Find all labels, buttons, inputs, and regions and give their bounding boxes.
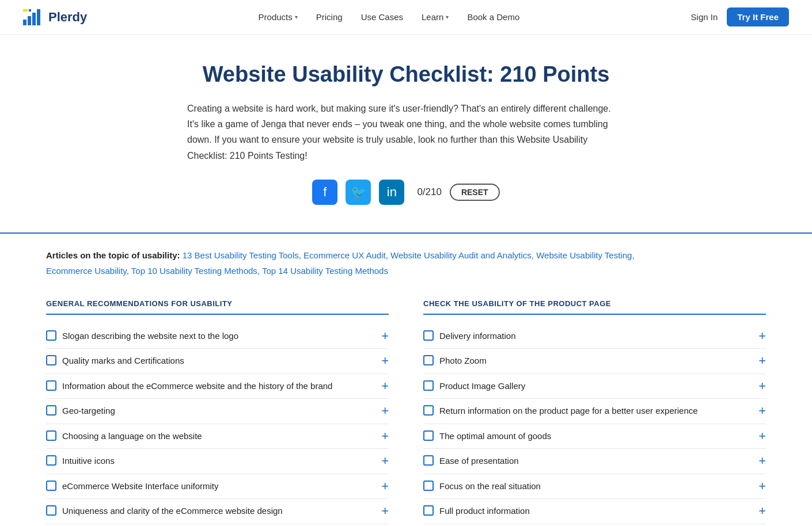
article-link-7[interactable]: Top 14 Usability Testing Methods (262, 266, 388, 276)
checklist-checkbox[interactable] (423, 455, 434, 466)
articles-section: Articles on the topic of usability: 13 B… (0, 234, 812, 288)
list-item: Geo-targeting + (46, 399, 389, 424)
checklist-wrapper: GENERAL RECOMMENDATIONS FOR USABILITY Sl… (0, 288, 812, 526)
logo-text: Plerdy (48, 10, 87, 25)
checklist-checkbox[interactable] (423, 481, 434, 491)
expand-button[interactable]: + (381, 355, 389, 367)
article-link-2[interactable]: Ecommerce UX Audit, (303, 250, 388, 260)
nav-learn[interactable]: Learn ▾ (422, 12, 449, 22)
list-item: Delivery information + (423, 324, 766, 349)
checklist-checkbox[interactable] (46, 380, 56, 391)
checklist-item-left: Information about the eCommerce website … (46, 380, 375, 393)
checklist-item-left: Geo-targeting (46, 405, 375, 418)
checklist-checkbox[interactable] (46, 330, 56, 341)
checklist-checkbox[interactable] (423, 355, 434, 365)
checklist-checkbox[interactable] (46, 455, 56, 466)
list-item: Return information on the product page f… (423, 399, 766, 424)
nav-products[interactable]: Products ▾ (259, 12, 298, 22)
article-link-5[interactable]: Ecommerce Usability, (46, 266, 129, 276)
checklist-item-left: Uniqueness and clarity of the eCommerce … (46, 505, 375, 518)
article-link-4[interactable]: Website Usability Testing, (536, 250, 634, 260)
linkedin-icon: in (387, 185, 397, 200)
facebook-share-button[interactable]: f (312, 180, 337, 205)
checklist-checkbox[interactable] (423, 405, 434, 416)
checklist-item-text: Uniqueness and clarity of the eCommerce … (62, 505, 283, 518)
checklist-checkbox[interactable] (46, 430, 56, 441)
article-link-1[interactable]: 13 Best Usability Testing Tools, (183, 250, 301, 260)
checklist-item-text: Information about the eCommerce website … (62, 380, 332, 393)
expand-button[interactable]: + (381, 330, 389, 342)
checklist-checkbox[interactable] (423, 430, 434, 441)
expand-button[interactable]: + (758, 480, 766, 493)
checklist-item-left: Ease of presentation (423, 455, 753, 468)
expand-button[interactable]: + (758, 355, 766, 367)
expand-button[interactable]: + (381, 505, 389, 517)
expand-button[interactable]: + (381, 430, 389, 443)
checklist-item-text: eCommerce Website Interface uniformity (62, 480, 219, 493)
expand-button[interactable]: + (381, 455, 389, 467)
facebook-icon: f (323, 185, 327, 200)
logo[interactable]: Plerdy (23, 9, 87, 25)
expand-button[interactable]: + (758, 455, 766, 467)
expand-button[interactable]: + (758, 330, 766, 342)
checklist-item-text: Photo Zoom (439, 355, 487, 368)
hero-description: Creating a website is hard work, but mak… (187, 101, 625, 163)
checklist-item-text: Choosing a language on the website (62, 430, 202, 443)
expand-button[interactable]: + (381, 380, 389, 392)
list-item: Product Image Gallery + (423, 374, 766, 399)
svg-rect-2 (32, 13, 36, 25)
checklist-checkbox[interactable] (46, 405, 56, 416)
article-link-6[interactable]: Top 10 Usability Testing Methods, (131, 266, 260, 276)
checklist-right-items: Delivery information + Photo Zoom + Prod… (423, 324, 766, 526)
checklist-item-text: Quality marks and Certifications (62, 355, 184, 368)
list-item: Information about the eCommerce website … (46, 374, 389, 399)
list-item: Photo Zoom + (423, 349, 766, 374)
checklist-checkbox[interactable] (46, 355, 56, 365)
checklist-left-title: GENERAL RECOMMENDATIONS FOR USABILITY (46, 299, 389, 315)
nav-pricing[interactable]: Pricing (316, 12, 343, 22)
checklist-checkbox[interactable] (423, 505, 434, 516)
list-item: Uniqueness and clarity of the eCommerce … (46, 499, 389, 524)
checklist-item-text: Intuitive icons (62, 455, 115, 468)
hero-section: Website Usability Checklist: 210 Points … (0, 35, 812, 232)
checklist-item-left: Focus on the real situation (423, 480, 753, 493)
checklist-item-text: Focus on the real situation (439, 480, 541, 493)
try-free-button[interactable]: Try It Free (727, 7, 789, 26)
chevron-down-icon: ▾ (295, 14, 298, 20)
checklist-item-text: Ease of presentation (439, 455, 519, 468)
reset-button[interactable]: RESET (450, 184, 500, 201)
checklist-checkbox[interactable] (423, 330, 434, 341)
signin-link[interactable]: Sign In (691, 12, 718, 22)
checklist-right-title: CHECK THE USABILITY OF THE PRODUCT PAGE (423, 299, 766, 315)
expand-button[interactable]: + (381, 405, 389, 417)
checklist-item-left: Product Image Gallery (423, 380, 753, 393)
nav-use-cases[interactable]: Use Cases (361, 12, 403, 22)
expand-button[interactable]: + (758, 505, 766, 517)
list-item: Slogan describing the website next to th… (46, 324, 389, 349)
list-item: The optimal amount of goods + (423, 424, 766, 449)
expand-button[interactable]: + (758, 405, 766, 417)
checklist-left-items: Slogan describing the website next to th… (46, 324, 389, 526)
checklist-checkbox[interactable] (46, 481, 56, 491)
checklist-checkbox[interactable] (46, 505, 56, 516)
checklist-item-left: Intuitive icons (46, 455, 375, 468)
twitter-share-button[interactable]: 🐦 (346, 180, 371, 205)
expand-button[interactable]: + (758, 430, 766, 443)
checklist-item-text: Slogan describing the website next to th… (62, 330, 238, 343)
svg-rect-3 (37, 9, 40, 25)
expand-button[interactable]: + (758, 380, 766, 392)
article-link-3[interactable]: Website Usability Audit and Analytics, (390, 250, 534, 260)
checklist-counter: 0/210 (417, 186, 442, 198)
list-item: Quality marks and Certifications + (46, 349, 389, 374)
checklist-item-left: Full product information (423, 505, 753, 518)
svg-rect-4 (23, 9, 28, 12)
linkedin-share-button[interactable]: in (379, 180, 404, 205)
checklist-checkbox[interactable] (423, 380, 434, 391)
nav-book-demo[interactable]: Book a Demo (467, 12, 519, 22)
checklist-item-left: Photo Zoom (423, 355, 753, 368)
twitter-icon: 🐦 (351, 185, 366, 200)
checklist-item-text: Return information on the product page f… (439, 405, 698, 418)
checklist-item-text: Geo-targeting (62, 405, 115, 418)
list-item: Full product information + (423, 499, 766, 524)
expand-button[interactable]: + (381, 480, 389, 493)
